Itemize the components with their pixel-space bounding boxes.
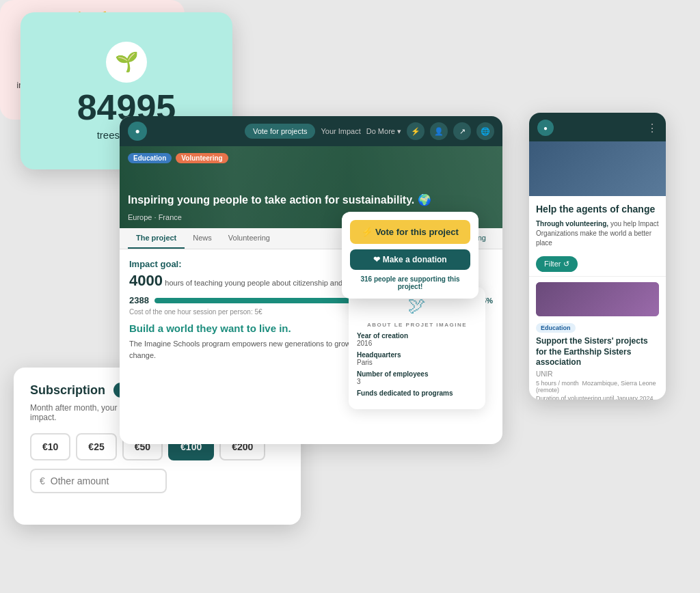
vol-hero-text: Help the agents of change Through volunt… [529,196,666,252]
employees-value: 3 [357,378,477,385]
listing-duration: Duration of volunteering until January 2… [536,395,659,400]
language-icon[interactable]: 🌐 [476,122,494,140]
vol-logo: ● [537,120,554,136]
amount-10[interactable]: €10 [30,433,70,460]
listing-image [536,282,659,316]
tab-volunteering[interactable]: Volunteering [220,228,278,249]
vol-hero-desc-bold: Through volunteering, [536,220,608,227]
currency-symbol: € [40,475,45,486]
share-icon[interactable]: ↗ [453,122,471,140]
listing-title: Support the Sisters' projects for the Ea… [536,336,659,368]
progress-bar-fill [154,298,361,303]
year-label: Year of creation [357,332,477,340]
amount-25[interactable]: €25 [76,433,116,460]
impact-number: 4000 [129,272,163,289]
supporters-label: people are supporting this project! [374,275,460,290]
other-amount-input[interactable] [51,475,146,486]
hero-tags: Education Volunteering [128,153,228,163]
tab-news[interactable]: News [185,228,220,249]
volunteering-tag: Volunteering [176,153,228,163]
vol-hero-image [529,141,666,196]
hq-label: Headquarters [357,351,477,359]
supporters-count: 316 [360,275,372,283]
your-impact-link[interactable]: Your Impact [321,127,360,135]
employees-row: Number of employees 3 [357,370,477,385]
other-amount-row: € [30,469,167,493]
progress-current: 2388 [129,295,149,305]
assoc-about-label: ABOUT LE PROJET IMAGINE [357,322,477,328]
year-row: Year of creation 2016 [357,332,477,347]
vol-hero-title: Help the agents of change [536,203,659,215]
supporters-text: 316 people are supporting this project! [350,275,470,290]
listing-education-tag: Education [536,323,576,333]
hero-title: Inspiring young people to take action fo… [128,193,494,208]
vol-hero-desc: Through volunteering, you help Impact Or… [536,219,659,248]
nav-icons-group: ⚡ 👤 ↗ 🌐 [407,122,494,140]
subscription-title: Subscription [30,383,105,398]
listing-org: UNIR [536,370,659,378]
vol-listing: Education Support the Sisters' projects … [529,276,666,400]
vote-for-projects-nav-btn[interactable]: Vote for projects [245,124,316,139]
employees-label: Number of employees [357,370,477,378]
leaf-icon: 🌱 [106,42,147,83]
year-value: 2016 [357,340,477,347]
more-options-icon[interactable]: ⋮ [647,122,658,135]
hq-row: Headquarters Paris [357,351,477,366]
volunteer-card: ● ⋮ Help the agents of change Through vo… [529,113,666,400]
vote-for-project-button[interactable]: ⚡ Vote for this project [350,220,470,244]
notification-icon[interactable]: ⚡ [407,122,425,140]
education-tag: Education [128,153,172,163]
make-donation-button[interactable]: ❤ Make a donation [350,249,470,270]
vote-popup: ⚡ Vote for this project ❤ Make a donatio… [342,212,479,299]
association-panel: 🕊 ABOUT LE PROJET IMAGINE Year of creati… [349,287,485,409]
hero-location: Europe · France [128,213,182,221]
listing-hours: 5 hours / month Mozambique, Sierra Leone… [536,380,659,394]
do-more-link[interactable]: Do More ▾ [366,127,401,136]
funds-row: Funds dedicated to programs [357,389,477,397]
funds-label: Funds dedicated to programs [357,389,477,397]
vol-header: ● ⋮ [529,113,666,141]
project-navbar: ● Vote for projects Your Impact Do More … [120,116,502,146]
nav-logo: ● [128,122,147,141]
hq-value: Paris [357,359,477,366]
filter-button[interactable]: Filter ↺ [536,256,578,272]
tab-project[interactable]: The project [128,228,185,249]
user-avatar[interactable]: 👤 [430,122,448,140]
